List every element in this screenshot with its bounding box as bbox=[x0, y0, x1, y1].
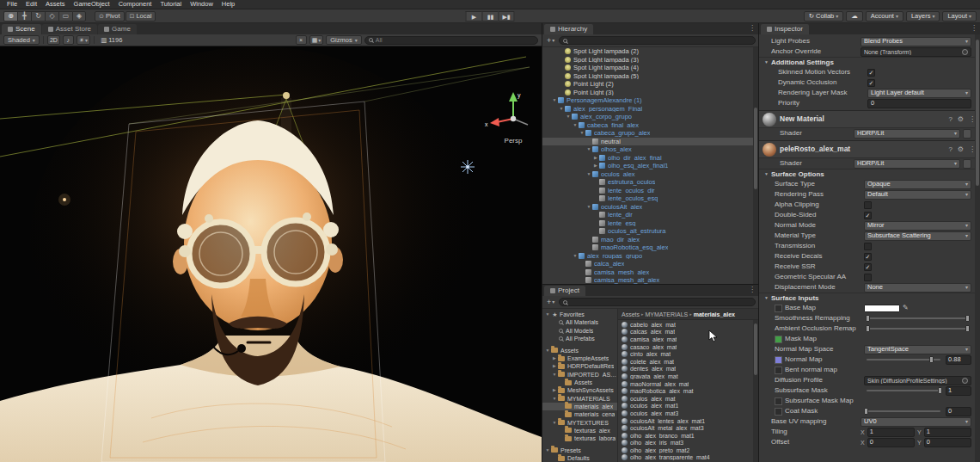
expand-arrow[interactable]: ▼ bbox=[544, 348, 551, 353]
asset-item[interactable]: camisa_alex_mat bbox=[618, 336, 758, 343]
hierarchy-item[interactable]: mao_dir_alex bbox=[542, 236, 758, 244]
hierarchy-item[interactable]: Spot Light lampada (4) bbox=[542, 64, 758, 72]
scene-viewport[interactable]: x y Persp bbox=[0, 46, 542, 462]
minmax-slider[interactable] bbox=[867, 328, 969, 330]
texture-thumb[interactable] bbox=[775, 408, 782, 416]
move-tool[interactable]: ╋ bbox=[17, 11, 31, 22]
hierarchy-item[interactable]: ▼oculos_alex bbox=[542, 170, 758, 179]
step-button[interactable]: ▶▮ bbox=[499, 11, 515, 22]
gear-icon[interactable]: ⚙ bbox=[957, 146, 965, 153]
checkbox[interactable]: ✓ bbox=[864, 253, 872, 261]
eyedropper-icon[interactable]: ✎ bbox=[903, 305, 909, 311]
hierarchy-item[interactable]: ▼cabeca_final_alex bbox=[542, 121, 758, 130]
pivot-toggle[interactable]: ⊙ Pivot bbox=[95, 11, 125, 22]
breadcrumb-item[interactable]: MYMATERIALS bbox=[646, 311, 689, 317]
object-field[interactable]: Skin (DiffusionProfileSettings) bbox=[864, 376, 971, 385]
min-knob[interactable] bbox=[866, 325, 870, 332]
folder-item[interactable]: ▼IMPORTED_ASSE bbox=[542, 371, 617, 379]
folder-item[interactable]: texturas_alex bbox=[542, 427, 617, 434]
texture-thumb[interactable] bbox=[775, 397, 782, 405]
folder-item[interactable]: ▼Presets bbox=[542, 447, 617, 454]
hierarchy-item[interactable]: oculos_alt_estrutura bbox=[542, 227, 758, 236]
material-header[interactable]: peleRosto_alex_mat?⚙⋮ bbox=[759, 141, 980, 158]
folder-item[interactable]: materiais_alex bbox=[542, 403, 617, 410]
foldout[interactable]: ▼Additional Settings bbox=[759, 57, 980, 67]
min-knob[interactable] bbox=[866, 315, 870, 322]
object-picker-icon[interactable] bbox=[962, 378, 968, 384]
folder-item[interactable]: All Materials bbox=[542, 318, 617, 326]
dropdown[interactable]: Default▾ bbox=[864, 190, 971, 200]
persp-label[interactable]: Persp bbox=[505, 137, 523, 145]
texture-thumb[interactable] bbox=[775, 367, 782, 374]
asset-item[interactable]: olho_alex_transparente_mat4 bbox=[618, 454, 758, 462]
expand-arrow[interactable]: ▼ bbox=[544, 312, 551, 317]
asset-item[interactable]: olho_alex_iris_mat3 bbox=[618, 440, 758, 447]
section-foldout[interactable]: ▼Surface Inputs bbox=[759, 293, 980, 303]
scene-search-input[interactable]: All bbox=[364, 36, 538, 45]
expand-arrow[interactable]: ▶ bbox=[592, 156, 599, 160]
hierarchy-item[interactable]: ▼alex_roupas_grupo bbox=[542, 252, 758, 261]
minmax-slider[interactable] bbox=[867, 317, 969, 319]
hierarchy-item[interactable]: lente_esq bbox=[542, 219, 758, 228]
hierarchy-item[interactable]: Spot Light lampada (3) bbox=[542, 56, 758, 65]
asset-item[interactable]: calcas_alex_mat bbox=[618, 329, 758, 336]
cloud-button[interactable]: ☁ bbox=[846, 11, 863, 22]
expand-arrow[interactable]: ▼ bbox=[551, 98, 558, 102]
hierarchy-item[interactable]: lente_oculos_esq bbox=[542, 194, 758, 203]
object-picker-icon[interactable] bbox=[962, 49, 968, 55]
expand-arrow[interactable]: ▼ bbox=[585, 205, 592, 209]
asset-item[interactable]: oculosAlt_lentes_alex_mat1 bbox=[618, 417, 758, 425]
asset-item[interactable]: oculos_alex_mat bbox=[618, 395, 758, 403]
close-icon-button[interactable]: × bbox=[296, 35, 307, 45]
help-icon[interactable]: ? bbox=[947, 116, 952, 123]
slider[interactable] bbox=[867, 410, 940, 412]
dropdown[interactable]: TangentSpace▾ bbox=[864, 345, 971, 354]
layers-dropdown[interactable]: Layers ▾ bbox=[906, 11, 940, 22]
hierarchy-item[interactable]: camisa_mesh_alex bbox=[542, 268, 758, 277]
asset-item[interactable]: casaco_alex_mat bbox=[618, 343, 758, 351]
dropdown[interactable]: Opaque▾ bbox=[864, 180, 971, 189]
folder-item[interactable]: ▼★Favorites bbox=[542, 311, 617, 318]
panel-menu-icon[interactable]: ⋮ bbox=[971, 25, 977, 32]
checkbox[interactable]: ✓ bbox=[864, 263, 872, 271]
asset-item[interactable]: cabelo_alex_mat bbox=[618, 321, 758, 329]
scale-tool[interactable]: ◇ bbox=[45, 11, 58, 22]
hand-tool[interactable]: ⊕ bbox=[3, 11, 17, 22]
hierarchy-item[interactable]: ▼alex_personagem_Final bbox=[542, 105, 758, 114]
gizmos-dropdown[interactable]: Gizmos ▾ bbox=[326, 35, 361, 45]
hierarchy-item[interactable]: ▼PersonagemAlexandre (1) bbox=[542, 96, 758, 105]
hierarchy-item[interactable]: ▼alex_corpo_grupo bbox=[542, 113, 758, 121]
layout-dropdown[interactable]: Layout ▾ bbox=[942, 11, 977, 22]
folder-item[interactable]: materiais_cena bbox=[542, 410, 617, 418]
menu-component[interactable]: Component bbox=[114, 1, 156, 8]
color-swatch[interactable] bbox=[864, 305, 900, 312]
expand-arrow[interactable]: ▼ bbox=[585, 147, 592, 151]
local-toggle[interactable]: ⊡ Local bbox=[126, 11, 156, 22]
asset-item[interactable]: oculosAlt_metal_alex_mat3 bbox=[618, 424, 758, 432]
menu-file[interactable]: File bbox=[3, 1, 21, 8]
shader-dropdown[interactable]: HDRP/Lit▾ bbox=[854, 159, 960, 169]
play-button[interactable]: ▶ bbox=[466, 11, 482, 22]
hierarchy-item[interactable]: ▶olho_esq_alex_final1 bbox=[542, 162, 758, 170]
expand-arrow[interactable]: ▼ bbox=[551, 397, 558, 401]
expand-arrow[interactable]: ▶ bbox=[551, 388, 558, 392]
hierarchy-item[interactable]: ▼cabeca_grupo_alex bbox=[542, 129, 758, 138]
project-scrollbar[interactable] bbox=[753, 320, 758, 462]
folder-item[interactable]: ▼MYMATERIALS bbox=[542, 394, 617, 402]
2d-toggle[interactable]: 2D bbox=[47, 35, 60, 45]
expand-arrow[interactable]: ▼ bbox=[585, 172, 592, 176]
slider-knob[interactable] bbox=[864, 408, 868, 415]
expand-arrow[interactable]: ▼ bbox=[551, 421, 558, 425]
rect-tool[interactable]: ▭ bbox=[58, 11, 72, 22]
value-field[interactable]: 1 bbox=[946, 386, 971, 396]
menu-edit[interactable]: Edit bbox=[21, 1, 41, 8]
y-field[interactable]: 1 bbox=[924, 428, 971, 437]
panel-menu-icon[interactable]: ⋮ bbox=[749, 25, 756, 32]
stats-chip[interactable]: ▥ 1196 bbox=[98, 35, 125, 45]
dropdown[interactable]: Subsurface Scattering▾ bbox=[864, 231, 971, 241]
folder-item[interactable]: texturas_labora bbox=[542, 434, 617, 442]
hierarchy-item[interactable]: Spot Light lampada (5) bbox=[542, 72, 758, 81]
shader-menu-button[interactable] bbox=[963, 129, 971, 139]
hierarchy-item[interactable]: lente_dir bbox=[542, 211, 758, 219]
tab-game[interactable]: Game bbox=[98, 24, 137, 34]
